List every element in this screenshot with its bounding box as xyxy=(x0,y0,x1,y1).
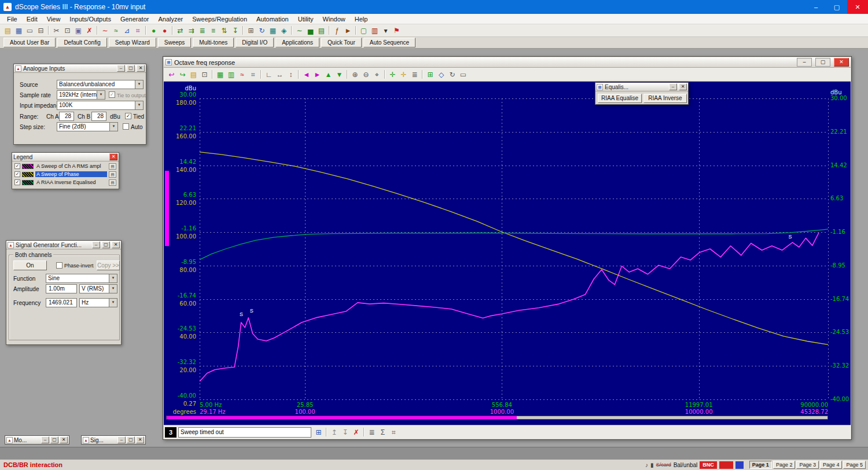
copy-graph-icon[interactable]: ⊡ xyxy=(199,69,210,80)
userbar-tab-setup-wizard[interactable]: Setup Wizard xyxy=(109,38,156,47)
add-graph-icon[interactable]: ⊞ xyxy=(425,69,436,80)
dropdown-arrow-icon[interactable]: ▼ xyxy=(135,101,143,109)
overlay-icon[interactable]: ✛ xyxy=(398,69,409,80)
stop-icon[interactable]: ● xyxy=(159,25,170,36)
amplitude-input[interactable]: 1.00m xyxy=(46,284,77,293)
tie-to-output-checkbox[interactable]: ✓ xyxy=(109,91,115,98)
trace-options-icon[interactable]: ▤ xyxy=(109,163,116,170)
riaa-equalise-button[interactable]: RIAA Equalise xyxy=(598,94,642,103)
legend-close-button[interactable]: ✕ xyxy=(109,153,117,160)
list-icon[interactable]: ≣ xyxy=(366,427,377,438)
grid-icon[interactable]: ▦ xyxy=(267,25,278,36)
mini2-close-button[interactable]: ✕ xyxy=(136,436,144,443)
menu-sweeps-regulation[interactable]: Sweeps/Regulation xyxy=(187,14,252,24)
equalise-titlebar[interactable]: ▦ Equalis... – ✕ xyxy=(595,83,688,91)
frequency-unit-select[interactable]: Hz ▼ xyxy=(79,298,117,307)
amplitude-unit-select[interactable]: V (RMS) ▼ xyxy=(79,284,117,293)
userbar-tab-auto-sequence[interactable]: Auto Sequence xyxy=(363,38,415,47)
generator-icon[interactable]: ∼ xyxy=(100,25,111,36)
chart-minimize-button[interactable]: – xyxy=(797,58,812,67)
clear-log-icon[interactable]: ✗ xyxy=(351,427,362,438)
signal-generator-titlebar[interactable]: ▲ Signal Generator Functi... – ▢ ✕ xyxy=(6,241,121,249)
msg-down-icon[interactable]: ↧ xyxy=(340,427,351,438)
legend-titlebar[interactable]: Legend ✕ xyxy=(12,153,119,161)
phase-invert-checkbox[interactable] xyxy=(56,262,62,269)
graph-settings-icon[interactable]: ⌗ xyxy=(248,69,259,80)
cut-icon[interactable]: ✂ xyxy=(51,25,62,36)
legend-row[interactable]: ✓A Sweep of Phase▤ xyxy=(13,170,118,178)
tile-windows-icon[interactable]: ▢ xyxy=(358,25,369,36)
dropdown-arrow-icon[interactable]: ▼ xyxy=(135,80,143,89)
mini2-minimize-button[interactable]: – xyxy=(117,436,126,443)
siggen-close-button[interactable]: ✕ xyxy=(112,241,120,248)
mini1-restore-button[interactable]: ▢ xyxy=(50,436,58,443)
trace-options-icon[interactable]: ▤ xyxy=(109,179,116,186)
userbar-tab-default-config[interactable]: Default Config xyxy=(57,38,106,47)
regulation-icon[interactable]: ⇅ xyxy=(219,25,230,36)
userbar-tab-sweeps[interactable]: Sweeps xyxy=(158,38,192,47)
step-size-select[interactable]: Fine (2dB) ▼ xyxy=(57,122,118,131)
mini2-restore-button[interactable]: ▢ xyxy=(127,436,135,443)
bar-graph-icon[interactable]: ▅ xyxy=(305,25,316,36)
zoom-out-icon[interactable]: ⊖ xyxy=(361,69,372,80)
cursor-left-icon[interactable]: ◄ xyxy=(301,69,312,80)
status-message-input[interactable] xyxy=(178,427,311,438)
hold-trace-icon[interactable]: ◇ xyxy=(436,69,447,80)
cursor-right-icon[interactable]: ► xyxy=(312,69,323,80)
log-settings-icon[interactable]: ⊞ xyxy=(313,427,324,438)
userbar-tab-quick-tour[interactable]: Quick Tour xyxy=(321,38,362,47)
sample-rate-select[interactable]: 192kHz (internal) ▼ xyxy=(57,90,105,100)
paste-icon[interactable]: ▣ xyxy=(73,25,84,36)
export-trace-icon[interactable]: ▤ xyxy=(188,69,199,80)
dropdown-arrow-icon[interactable]: ▼ xyxy=(109,123,117,131)
mini1-minimize-button[interactable]: – xyxy=(41,436,49,443)
equalise-minimize-button[interactable]: – xyxy=(669,83,677,90)
sweep-step-icon[interactable]: ⇉ xyxy=(186,25,197,36)
legend-row[interactable]: ✓A Sweep of Ch A RMS ampl▤ xyxy=(13,162,118,170)
impedance-select[interactable]: 100K ▼ xyxy=(57,101,144,110)
minimized-window-1[interactable]: ▲ Mo... – ▢ ✕ xyxy=(5,435,69,445)
analogue-inputs-close-button[interactable]: ✕ xyxy=(137,65,145,72)
balunbal-label[interactable]: Bal/unbal xyxy=(674,462,698,468)
menu-view[interactable]: View xyxy=(42,14,65,24)
script-icon[interactable]: ƒ xyxy=(332,25,343,36)
dropdown-more-icon[interactable]: ▾ xyxy=(380,25,391,36)
cursor-down-icon[interactable]: ▼ xyxy=(334,69,345,80)
reference-icon[interactable]: ◈ xyxy=(278,25,289,36)
trace-options-icon[interactable]: ▤ xyxy=(109,171,116,178)
page-button-1[interactable]: Page 1 xyxy=(749,461,772,469)
equalise-close-button[interactable]: ✕ xyxy=(679,83,687,90)
smooth-trace-icon[interactable]: ≈ xyxy=(237,69,248,80)
run-icon[interactable]: ● xyxy=(148,25,159,36)
menu-window[interactable]: Window xyxy=(318,14,350,24)
userbar-tab-applications[interactable]: Applications xyxy=(275,38,319,47)
copy-window-icon[interactable]: ⊟ xyxy=(35,25,46,36)
sigma-icon[interactable]: Σ xyxy=(377,427,388,438)
sweep-table-icon[interactable]: ≣ xyxy=(197,25,208,36)
page-button-4[interactable]: Page 4 xyxy=(820,461,843,469)
riaa-inverse-button[interactable]: RIAA Inverse xyxy=(643,94,687,103)
userbar-tab-multi-tones[interactable]: Multi-tones xyxy=(193,38,234,47)
legend-toggle-icon[interactable]: ≣ xyxy=(409,69,420,80)
menu-help[interactable]: Help xyxy=(350,14,373,24)
digital-io-icon[interactable]: ⊞ xyxy=(245,25,256,36)
multitone-icon[interactable]: ≡ xyxy=(208,25,219,36)
ch-a-range-input[interactable]: 28 xyxy=(59,112,74,121)
menu-automation[interactable]: Automation xyxy=(252,14,293,24)
source-select[interactable]: Balanced/unbalanced ▼ xyxy=(57,80,144,89)
dropdown-arrow-icon[interactable]: ▼ xyxy=(109,285,117,293)
siggen-maximize-button[interactable]: ▢ xyxy=(102,241,110,248)
legend-checkbox[interactable]: ✓ xyxy=(14,179,20,185)
analogue-inputs-maximize-button[interactable]: ▢ xyxy=(127,65,135,72)
save-config-icon[interactable]: ▦ xyxy=(13,25,24,36)
copy-icon[interactable]: ⊡ xyxy=(62,25,73,36)
menu-inputs-outputs[interactable]: Inputs/Outputs xyxy=(65,14,116,24)
export-csv-icon[interactable]: ▥ xyxy=(226,69,237,80)
open-config-icon[interactable]: ▤ xyxy=(2,25,13,36)
sync-icon[interactable]: ↻ xyxy=(256,25,267,36)
page-button-5[interactable]: Page 5 xyxy=(843,461,866,469)
trace-undo-icon[interactable]: ↩ xyxy=(166,69,177,80)
report-icon[interactable]: ▥ xyxy=(369,25,380,36)
siggen-minimize-button[interactable]: – xyxy=(92,241,100,248)
trace-redo-icon[interactable]: ↪ xyxy=(177,69,188,80)
